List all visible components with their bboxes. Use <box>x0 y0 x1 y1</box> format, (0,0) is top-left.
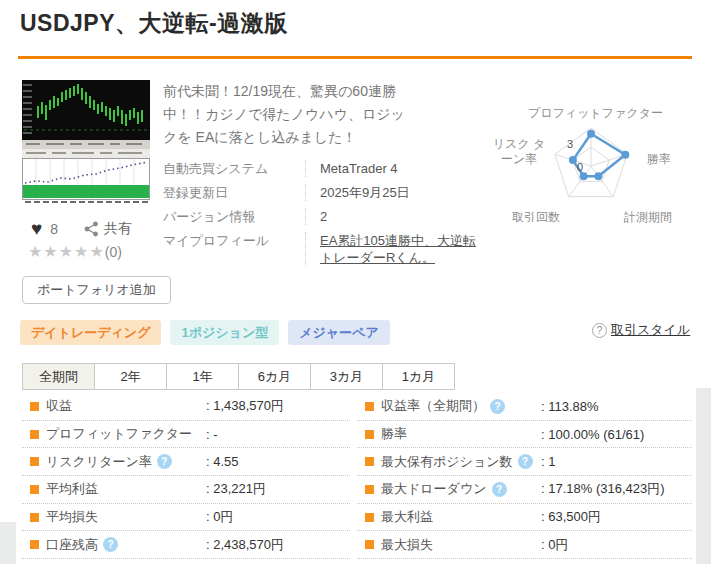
stat-label: 最大損失 <box>381 536 433 554</box>
spec-row-system: 自動売買システム MetaTrader 4 <box>163 160 485 177</box>
radar-axis-risk-return: リスク ターン率 <box>488 137 550 167</box>
spec-label: 登録更新日 <box>163 184 305 201</box>
stat-row-profit-rate: 収益率（全期間） : 113.88% <box>357 393 692 421</box>
stat-row-win-rate: 勝率 : 100.00% (61/61) <box>357 421 692 449</box>
radar-axis-profit-factor: プロフィットファクター <box>480 105 711 122</box>
stat-value: : 17.18% (316,423円) <box>541 480 665 498</box>
tab-all-period[interactable]: 全期間 <box>22 363 95 390</box>
share-icon <box>84 221 99 237</box>
spec-label: 自動売買システム <box>163 160 305 177</box>
help-icon[interactable] <box>492 482 507 497</box>
page-title: USDJPY、大逆転-過激版 <box>20 8 288 39</box>
stat-label: 最大保有ポジション数 <box>381 453 513 471</box>
tab-1-month[interactable]: 1カ月 <box>382 363 455 390</box>
product-thumbnail[interactable] <box>22 80 150 206</box>
radar-tick-0: 0 <box>577 161 583 173</box>
stat-label: 最大ドローダウン <box>381 480 487 498</box>
add-portfolio-button[interactable]: ポートフォリオ追加 <box>22 276 171 304</box>
bullet-icon <box>30 430 39 439</box>
help-icon[interactable] <box>103 537 118 552</box>
spec-value: 2025年9月25日 <box>305 184 485 201</box>
radar-axis-win-rate: 勝率 <box>647 151 671 168</box>
stat-row-avg-profit: 平均利益 : 23,221円 <box>22 476 350 504</box>
spec-row-profile: マイプロフィール EA累計105連勝中、大逆転トレーダーRくん。 <box>163 232 485 266</box>
stat-row-profit: 収益 : 1,438,570円 <box>22 393 350 421</box>
stat-label: 収益率（全期間） <box>381 397 485 415</box>
stat-row-max-positions: 最大保有ポジション数 : 1 <box>357 448 692 476</box>
stat-value: : 0円 <box>206 508 233 526</box>
rating-count: (0) <box>105 244 122 260</box>
rating-stars-icon: ★★★★★ <box>28 243 105 260</box>
bullet-icon <box>365 457 374 466</box>
tab-3-months[interactable]: 3カ月 <box>310 363 383 390</box>
tag-one-position[interactable]: 1ポジション型 <box>170 320 279 345</box>
stat-value: : 63,500円 <box>541 508 601 526</box>
stat-row-max-loss: 最大損失 : 0円 <box>357 531 692 559</box>
share-button[interactable]: 共有 <box>84 220 132 238</box>
stat-label: 最大利益 <box>381 508 433 526</box>
stat-value: : 4.55 <box>206 454 239 469</box>
tab-1-year[interactable]: 1年 <box>166 363 239 390</box>
bullet-icon <box>365 402 374 411</box>
bullet-icon <box>365 540 374 549</box>
stat-row-risk-return: リスクリターン率 : 4.55 <box>22 448 350 476</box>
stat-value: : 1 <box>541 454 555 469</box>
seller-profile-link[interactable]: EA累計105連勝中、大逆転トレーダーRくん。 <box>305 232 485 266</box>
stat-value: : 100.00% (61/61) <box>541 427 644 442</box>
help-icon[interactable] <box>490 399 505 414</box>
product-spec-table: 自動売買システム MetaTrader 4 登録更新日 2025年9月25日 バ… <box>163 160 485 266</box>
help-icon[interactable] <box>157 454 172 469</box>
bullet-icon <box>365 485 374 494</box>
bullet-icon <box>30 485 39 494</box>
stat-label: 勝率 <box>381 425 407 443</box>
stat-value: : 0円 <box>541 536 568 554</box>
period-tabs: 全期間 2年 1年 6カ月 3カ月 1カ月 <box>22 363 455 390</box>
tag-major-pair[interactable]: メジャーペア <box>288 320 390 345</box>
stats-right-column: 収益率（全期間） : 113.88% 勝率 : 100.00% (61/61) … <box>357 393 692 559</box>
help-icon[interactable] <box>518 454 533 469</box>
product-info: 前代未聞！12/19現在、驚異の60連勝中！！カジノで得たノウハウ、ロジックを … <box>163 80 485 273</box>
stat-label: 平均利益 <box>46 480 98 498</box>
radar-axis-trade-count: 取引回数 <box>512 209 560 226</box>
trade-style-link[interactable]: 取引スタイル <box>611 321 690 339</box>
bullet-icon <box>30 513 39 522</box>
tab-6-months[interactable]: 6カ月 <box>238 363 311 390</box>
spec-row-updated: 登録更新日 2025年9月25日 <box>163 184 485 201</box>
stat-row-balance: 口座残高 : 2,438,570円 <box>22 531 350 559</box>
tag-row: デイトレーディング 1ポジション型 メジャーペア <box>20 320 399 345</box>
page-background-left <box>0 522 16 564</box>
stat-value: : - <box>206 427 218 442</box>
stat-row-max-profit: 最大利益 : 63,500円 <box>357 504 692 532</box>
bullet-icon <box>365 513 374 522</box>
stat-label: プロフィットファクター <box>46 425 192 443</box>
page-background-right <box>696 388 711 564</box>
stat-value: : 113.88% <box>541 399 599 414</box>
stat-label: 口座残高 <box>46 536 98 554</box>
stat-label: 平均損失 <box>46 508 98 526</box>
like-heart-icon[interactable] <box>31 218 42 240</box>
tab-2-years[interactable]: 2年 <box>94 363 167 390</box>
stat-value: : 23,221円 <box>206 480 266 498</box>
stat-value: : 1,438,570円 <box>206 397 284 415</box>
bullet-icon <box>30 402 39 411</box>
spec-value: 2 <box>305 208 485 225</box>
social-row: 8 共有 <box>31 218 132 240</box>
tag-day-trading[interactable]: デイトレーディング <box>20 320 161 345</box>
title-divider <box>18 56 692 59</box>
spec-label: バージョン情報 <box>163 208 305 225</box>
question-circle-icon[interactable] <box>592 323 607 338</box>
bullet-icon <box>365 430 374 439</box>
radar-axis-period: 計測期間 <box>624 209 672 226</box>
thumbnail-chart-image <box>22 80 150 206</box>
stats-left-column: 収益 : 1,438,570円 プロフィットファクター : - リスクリターン率… <box>22 393 350 559</box>
spec-row-version: バージョン情報 2 <box>163 208 485 225</box>
product-description: 前代未聞！12/19現在、驚異の60連勝中！！カジノで得たノウハウ、ロジックを … <box>163 80 417 149</box>
radar-tick-3: 3 <box>567 138 573 150</box>
trade-style-radar-chart: プロフィットファクター 勝率 計測期間 取引回数 リスク ターン率 3 0 <box>480 85 711 245</box>
stat-row-avg-loss: 平均損失 : 0円 <box>22 504 350 532</box>
rating[interactable]: ★★★★★(0) <box>28 242 122 261</box>
bullet-icon <box>30 457 39 466</box>
spec-value: MetaTrader 4 <box>305 160 485 177</box>
stat-label: 収益 <box>46 397 72 415</box>
stats-table: 収益 : 1,438,570円 プロフィットファクター : - リスクリターン率… <box>22 393 692 559</box>
